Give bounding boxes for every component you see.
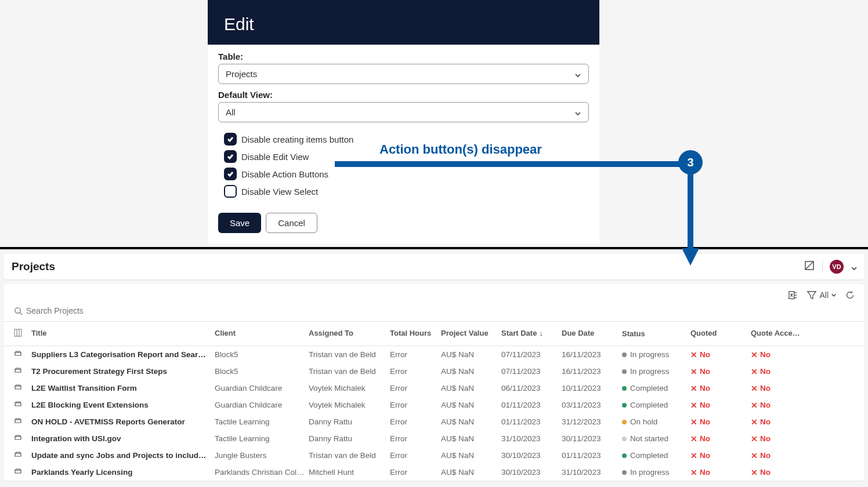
refresh-icon[interactable]: [845, 290, 855, 300]
cell-value: AU$ NaN: [441, 451, 501, 460]
cell-assigned: Mitchell Hunt: [309, 468, 390, 477]
save-button[interactable]: Save: [218, 213, 261, 233]
checkbox-disable-edit-view[interactable]: [224, 150, 237, 163]
table-row[interactable]: T2 Procurement Strategy First StepsBlock…: [3, 363, 865, 380]
default-view-select[interactable]: All: [218, 102, 589, 122]
cell-start: 30/10/2023: [501, 468, 562, 477]
cell-client: Block5: [215, 367, 309, 376]
projects-table: Title Client Assigned To Total Hours Pro…: [3, 321, 865, 481]
cell-quoted: ✕ No: [690, 384, 751, 393]
column-header-accept[interactable]: Quote Accept…: [751, 329, 803, 339]
cell-accept: ✕ No: [751, 468, 803, 477]
row-icon: [14, 400, 31, 410]
x-icon: ✕: [690, 384, 697, 393]
app-icon[interactable]: [804, 260, 815, 274]
column-header-assigned[interactable]: Assigned To: [309, 329, 390, 339]
cell-client: Guardian Childcare: [215, 401, 309, 409]
cell-value: AU$ NaN: [441, 434, 501, 443]
toolbar: All: [3, 289, 865, 304]
cell-quoted: ✕ No: [690, 367, 751, 376]
checkbox-group: Disable creating items button Disable Ed…: [218, 128, 589, 209]
table-row[interactable]: ON HOLD - AVETMISS Reports GeneratorTact…: [3, 413, 865, 430]
cell-accept: ✕ No: [751, 350, 803, 359]
row-icon: [14, 383, 31, 393]
cell-status: On hold: [622, 417, 690, 426]
column-header-quoted[interactable]: Quoted: [690, 329, 751, 339]
column-header-start[interactable]: Start Date↓: [501, 329, 562, 339]
cancel-button[interactable]: Cancel: [266, 213, 317, 233]
cell-accept: ✕ No: [751, 451, 803, 460]
x-icon: ✕: [690, 417, 697, 427]
cell-due: 16/11/2023: [562, 367, 622, 376]
table-row[interactable]: Parklands Yearly LicensingParklands Chri…: [3, 464, 865, 481]
checkbox-disable-action-buttons[interactable]: [224, 168, 237, 180]
column-header-value[interactable]: Project Value: [441, 329, 501, 339]
cell-hours: Error: [390, 384, 441, 392]
cell-status: Completed: [622, 401, 690, 409]
cell-start: 07/11/2023: [501, 367, 562, 376]
status-dot-icon: [622, 470, 627, 475]
cell-title: T2 Procurement Strategy First Steps: [31, 367, 215, 376]
cell-accept: ✕ No: [751, 401, 803, 410]
table-body: Suppliers L3 Categorisation Report and S…: [3, 346, 865, 481]
content-panel: All Title Client Assigned To Total Hours…: [3, 284, 865, 481]
column-header-client[interactable]: Client: [215, 329, 309, 339]
cell-title: L2E Waitlist Transition Form: [31, 384, 215, 392]
cell-client: Guardian Childcare: [215, 384, 309, 392]
cell-start: 01/11/2023: [501, 417, 562, 426]
table-select[interactable]: Projects: [218, 64, 589, 84]
column-header-due[interactable]: Due Date: [562, 329, 622, 339]
cell-title: ON HOLD - AVETMISS Reports Generator: [31, 417, 215, 426]
filter-label: All: [819, 290, 829, 300]
cell-client: Tactile Learning: [215, 417, 309, 426]
cell-value: AU$ NaN: [441, 384, 501, 392]
cell-value: AU$ NaN: [441, 401, 501, 409]
cell-due: 01/11/2023: [562, 451, 622, 460]
table-header: Title Client Assigned To Total Hours Pro…: [3, 322, 865, 346]
checkbox-disable-creating[interactable]: [224, 133, 237, 146]
cell-client: Parklands Christian College: [215, 468, 309, 477]
cell-value: AU$ NaN: [441, 468, 501, 477]
checkbox-disable-view-select[interactable]: [224, 185, 237, 198]
cell-due: 16/11/2023: [562, 350, 622, 359]
avatar[interactable]: VD: [830, 260, 844, 274]
callout-badge: 3: [678, 150, 703, 175]
column-header-hours[interactable]: Total Hours: [390, 329, 441, 339]
x-icon: ✕: [690, 367, 697, 376]
cell-title: Parklands Yearly Licensing: [31, 468, 215, 477]
cell-status: Completed: [622, 384, 690, 392]
filter-button[interactable]: All: [806, 290, 837, 300]
table-row[interactable]: Update and sync Jobs and Projects to inc…: [3, 447, 865, 464]
cell-hours: Error: [390, 468, 441, 477]
cell-accept: ✕ No: [751, 367, 803, 376]
status-dot-icon: [622, 437, 627, 441]
status-dot-icon: [622, 403, 627, 408]
chevron-down-icon[interactable]: [851, 264, 856, 270]
cell-accept: ✕ No: [751, 417, 803, 427]
cell-accept: ✕ No: [751, 434, 803, 444]
column-header-icon[interactable]: [14, 329, 31, 339]
column-header-title[interactable]: Title: [31, 329, 215, 339]
cell-hours: Error: [390, 451, 441, 460]
cell-quoted: ✕ No: [690, 350, 751, 359]
column-header-status[interactable]: Status: [622, 329, 690, 339]
cell-title: Suppliers L3 Categorisation Report and S…: [31, 350, 215, 359]
table-row[interactable]: Suppliers L3 Categorisation Report and S…: [3, 346, 865, 363]
search-input[interactable]: [26, 306, 200, 315]
export-excel-icon[interactable]: [788, 290, 798, 300]
checkbox-label: Disable Action Buttons: [241, 169, 328, 179]
table-row[interactable]: Integration with USI.govTactile Learning…: [3, 430, 865, 447]
x-icon: ✕: [751, 434, 758, 444]
cell-quoted: ✕ No: [690, 434, 751, 444]
sort-desc-icon: ↓: [539, 329, 543, 337]
svg-line-9: [20, 312, 22, 315]
table-row[interactable]: L2E Blocking Event ExtensionsGuardian Ch…: [3, 397, 865, 413]
cell-due: 31/12/2023: [562, 417, 622, 426]
cell-hours: Error: [390, 350, 441, 359]
page-wrap: Projects VD All Title Client: [0, 249, 868, 481]
table-row[interactable]: L2E Waitlist Transition FormGuardian Chi…: [3, 380, 865, 397]
x-icon: ✕: [690, 451, 697, 460]
chevron-down-icon: [574, 109, 581, 116]
x-icon: ✕: [751, 350, 758, 359]
row-icon: [14, 366, 31, 376]
